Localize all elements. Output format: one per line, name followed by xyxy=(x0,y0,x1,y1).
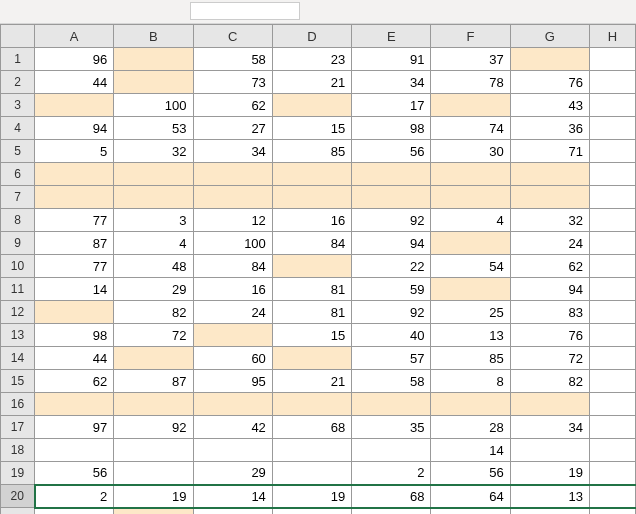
row-header-21[interactable]: 21 xyxy=(1,508,35,515)
cell-B2[interactable] xyxy=(114,71,193,94)
cell-G4[interactable]: 36 xyxy=(510,117,589,140)
cell-F11[interactable] xyxy=(431,278,510,301)
cell-D16[interactable] xyxy=(272,393,351,416)
cell-E14[interactable]: 57 xyxy=(352,347,431,370)
cell-F15[interactable]: 8 xyxy=(431,370,510,393)
cell-B15[interactable]: 87 xyxy=(114,370,193,393)
cell-A21[interactable]: 95 xyxy=(35,508,114,515)
cell-D3[interactable] xyxy=(272,94,351,117)
row-header-20[interactable]: 20 xyxy=(1,485,35,508)
cell-G9[interactable]: 24 xyxy=(510,232,589,255)
cell-D8[interactable]: 16 xyxy=(272,209,351,232)
select-all-corner[interactable] xyxy=(1,25,35,48)
cell-E15[interactable]: 58 xyxy=(352,370,431,393)
cell-H4[interactable] xyxy=(590,117,636,140)
cell-G16[interactable] xyxy=(510,393,589,416)
cell-A4[interactable]: 94 xyxy=(35,117,114,140)
row-header-18[interactable]: 18 xyxy=(1,439,35,462)
cell-B7[interactable] xyxy=(114,186,193,209)
cell-A19[interactable]: 56 xyxy=(35,462,114,485)
row-header-14[interactable]: 14 xyxy=(1,347,35,370)
cell-G6[interactable] xyxy=(510,163,589,186)
cell-H13[interactable] xyxy=(590,324,636,347)
cell-E16[interactable] xyxy=(352,393,431,416)
cell-E5[interactable]: 56 xyxy=(352,140,431,163)
col-header-H[interactable]: H xyxy=(590,25,636,48)
cell-D19[interactable] xyxy=(272,462,351,485)
cell-B10[interactable]: 48 xyxy=(114,255,193,278)
cell-G14[interactable]: 72 xyxy=(510,347,589,370)
cell-F13[interactable]: 13 xyxy=(431,324,510,347)
cell-E20[interactable]: 68 xyxy=(352,485,431,508)
cell-F16[interactable] xyxy=(431,393,510,416)
cell-D5[interactable]: 85 xyxy=(272,140,351,163)
row-header-16[interactable]: 16 xyxy=(1,393,35,416)
cell-E6[interactable] xyxy=(352,163,431,186)
cell-A15[interactable]: 62 xyxy=(35,370,114,393)
cell-D10[interactable] xyxy=(272,255,351,278)
cell-H3[interactable] xyxy=(590,94,636,117)
cell-B8[interactable]: 3 xyxy=(114,209,193,232)
cell-E7[interactable] xyxy=(352,186,431,209)
cell-G8[interactable]: 32 xyxy=(510,209,589,232)
cell-G1[interactable] xyxy=(510,48,589,71)
cell-C21[interactable]: 48 xyxy=(193,508,272,515)
cell-B11[interactable]: 29 xyxy=(114,278,193,301)
cell-G20[interactable]: 13 xyxy=(510,485,589,508)
cell-E17[interactable]: 35 xyxy=(352,416,431,439)
cell-B20[interactable]: 19 xyxy=(114,485,193,508)
cell-G15[interactable]: 82 xyxy=(510,370,589,393)
cell-G2[interactable]: 76 xyxy=(510,71,589,94)
cell-B5[interactable]: 32 xyxy=(114,140,193,163)
row-header-3[interactable]: 3 xyxy=(1,94,35,117)
cell-C19[interactable]: 29 xyxy=(193,462,272,485)
row-header-19[interactable]: 19 xyxy=(1,462,35,485)
cell-G10[interactable]: 62 xyxy=(510,255,589,278)
cell-H11[interactable] xyxy=(590,278,636,301)
cell-G5[interactable]: 71 xyxy=(510,140,589,163)
cell-E3[interactable]: 17 xyxy=(352,94,431,117)
col-header-F[interactable]: F xyxy=(431,25,510,48)
cell-C11[interactable]: 16 xyxy=(193,278,272,301)
row-header-7[interactable]: 7 xyxy=(1,186,35,209)
cell-G18[interactable] xyxy=(510,439,589,462)
col-header-C[interactable]: C xyxy=(193,25,272,48)
cell-H21[interactable] xyxy=(590,508,636,515)
cell-D6[interactable] xyxy=(272,163,351,186)
cell-H20[interactable] xyxy=(590,485,636,508)
cell-A11[interactable]: 14 xyxy=(35,278,114,301)
cell-H19[interactable] xyxy=(590,462,636,485)
cell-A18[interactable] xyxy=(35,439,114,462)
row-header-11[interactable]: 11 xyxy=(1,278,35,301)
cell-E8[interactable]: 92 xyxy=(352,209,431,232)
row-header-8[interactable]: 8 xyxy=(1,209,35,232)
cell-G7[interactable] xyxy=(510,186,589,209)
cell-B18[interactable] xyxy=(114,439,193,462)
cell-C10[interactable]: 84 xyxy=(193,255,272,278)
cell-F12[interactable]: 25 xyxy=(431,301,510,324)
cell-E21[interactable]: 60 xyxy=(352,508,431,515)
cell-B4[interactable]: 53 xyxy=(114,117,193,140)
cell-B16[interactable] xyxy=(114,393,193,416)
cell-H5[interactable] xyxy=(590,140,636,163)
cell-C2[interactable]: 73 xyxy=(193,71,272,94)
cell-A2[interactable]: 44 xyxy=(35,71,114,94)
cell-D14[interactable] xyxy=(272,347,351,370)
cell-D20[interactable]: 19 xyxy=(272,485,351,508)
cell-A1[interactable]: 96 xyxy=(35,48,114,71)
cell-D4[interactable]: 15 xyxy=(272,117,351,140)
cell-H12[interactable] xyxy=(590,301,636,324)
cell-C12[interactable]: 24 xyxy=(193,301,272,324)
cell-A6[interactable] xyxy=(35,163,114,186)
cell-H16[interactable] xyxy=(590,393,636,416)
cell-G12[interactable]: 83 xyxy=(510,301,589,324)
cell-F9[interactable] xyxy=(431,232,510,255)
cell-F8[interactable]: 4 xyxy=(431,209,510,232)
cell-H7[interactable] xyxy=(590,186,636,209)
cell-E9[interactable]: 94 xyxy=(352,232,431,255)
col-header-A[interactable]: A xyxy=(35,25,114,48)
cell-A16[interactable] xyxy=(35,393,114,416)
cell-D9[interactable]: 84 xyxy=(272,232,351,255)
cell-F3[interactable] xyxy=(431,94,510,117)
row-header-17[interactable]: 17 xyxy=(1,416,35,439)
